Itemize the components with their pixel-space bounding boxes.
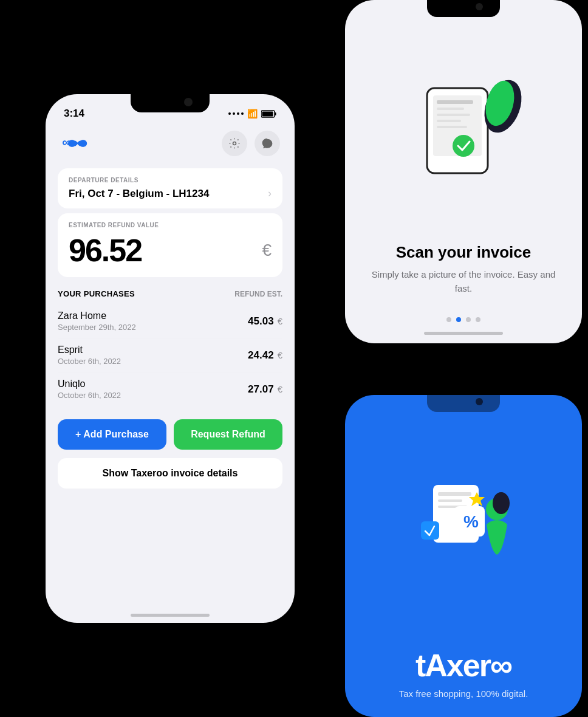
departure-label: DEPARTURE DETAILS [69, 177, 272, 184]
purchase-amount: 27.07 € [248, 383, 282, 396]
home-indicator [424, 332, 503, 335]
header-actions [222, 131, 280, 156]
purchase-name: Esprit [58, 345, 121, 355]
wifi-icon: 📶 [247, 109, 258, 118]
chat-button[interactable] [255, 131, 280, 156]
show-invoice-button[interactable]: Show Taxeroo invoice details [58, 458, 282, 489]
status-time: 3:14 [64, 108, 84, 120]
svg-rect-11 [437, 126, 467, 128]
right-bottom-phone: % tAxer∞ Tax free shopping, 100% digital… [345, 395, 582, 717]
signal-dots-icon [228, 112, 244, 115]
page-dots [345, 307, 582, 327]
request-refund-button[interactable]: Request Refund [174, 419, 282, 450]
add-purchase-button[interactable]: + Add Purchase [58, 419, 166, 450]
dot-4 [476, 317, 480, 322]
brand-illustration: % [385, 419, 542, 647]
refund-est-label: REFUND EST. [234, 290, 282, 298]
status-icons: 📶 [228, 109, 276, 118]
settings-button[interactable] [222, 131, 247, 156]
right-top-phone: Scan your invoice Simply take a picture … [345, 0, 582, 343]
scan-desc: Simply take a picture of the invoice. Ea… [363, 268, 564, 295]
departure-value: Fri, Oct 7 - Belgium - LH1234 [69, 188, 209, 200]
purchase-date: September 29th, 2022 [58, 323, 136, 332]
taxeroo-logo: ∞ [60, 134, 92, 153]
departure-card[interactable]: DEPARTURE DETAILS Fri, Oct 7 - Belgium -… [58, 168, 282, 208]
purchase-value: 45.03 [248, 315, 274, 328]
scan-invoice-illustration [391, 70, 536, 191]
scan-content: Scan your invoice Simply take a picture … [345, 237, 582, 307]
svg-rect-17 [438, 499, 462, 502]
purchase-date: October 6th, 2022 [58, 391, 121, 400]
purchase-amount: 45.03 € [248, 315, 282, 328]
svg-rect-2 [275, 112, 276, 115]
brand-infinity: ∞ [490, 648, 511, 683]
home-indicator [131, 614, 210, 617]
left-phone: 3:14 📶 ∞ [46, 94, 295, 623]
svg-rect-8 [437, 108, 464, 110]
purchases-section: YOUR PURCHASES REFUND EST. Zara Home Sep… [46, 282, 295, 410]
gear-icon [228, 137, 241, 149]
purchase-amount: 24.42 € [248, 349, 282, 362]
purchases-header: YOUR PURCHASES REFUND EST. [58, 289, 282, 298]
scan-illustration [345, 0, 582, 237]
brand-tagline: Tax free shopping, 100% digital. [399, 688, 528, 699]
purchase-name: Zara Home [58, 310, 136, 321]
purchase-date: October 6th, 2022 [58, 357, 121, 366]
refund-currency: € [262, 241, 272, 260]
purchase-item-uniqlo[interactable]: Uniqlo October 6th, 2022 27.07 € [58, 372, 282, 406]
app-header: ∞ [46, 123, 295, 163]
svg-rect-9 [437, 114, 470, 116]
svg-rect-1 [262, 111, 273, 116]
purchase-value: 27.07 [248, 383, 274, 396]
refund-amount: 96.52 [69, 232, 142, 269]
svg-point-12 [453, 135, 474, 157]
purchase-name: Uniqlo [58, 379, 121, 389]
svg-text:%: % [463, 512, 479, 531]
purchase-info: Esprit October 6th, 2022 [58, 345, 121, 366]
svg-rect-16 [438, 492, 471, 496]
battery-icon [261, 110, 276, 118]
dot-2 [456, 317, 461, 322]
chat-icon [261, 137, 273, 149]
purchase-currency: € [278, 384, 282, 394]
purchase-item-esprit[interactable]: Esprit October 6th, 2022 24.42 € [58, 338, 282, 372]
purchase-info: Uniqlo October 6th, 2022 [58, 379, 121, 400]
chevron-right-icon: › [268, 187, 272, 200]
brand-content: tAxer∞ Tax free shopping, 100% digital. [381, 647, 547, 717]
status-bar: 3:14 📶 [46, 99, 295, 123]
departure-row: Fri, Oct 7 - Belgium - LH1234 › [69, 187, 272, 200]
dot-3 [466, 317, 471, 322]
purchase-value: 24.42 [248, 349, 274, 362]
dot-1 [446, 317, 451, 322]
brand-name: tAxer [415, 648, 490, 683]
svg-point-4 [233, 142, 236, 145]
refund-amount-row: 96.52 € [69, 232, 272, 269]
svg-text:∞: ∞ [62, 135, 71, 149]
svg-point-23 [493, 492, 510, 514]
svg-rect-7 [437, 100, 473, 104]
purchase-currency: € [278, 350, 282, 360]
purchases-title: YOUR PURCHASES [58, 289, 135, 298]
purchase-currency: € [278, 316, 282, 326]
button-row: + Add Purchase Request Refund [46, 410, 295, 456]
svg-rect-10 [437, 120, 461, 122]
refund-label: ESTIMATED REFUND VALUE [69, 222, 272, 228]
brand-logo: tAxer∞ [399, 647, 528, 684]
refund-card: ESTIMATED REFUND VALUE 96.52 € [58, 213, 282, 277]
brand-shopping-illustration: % [385, 467, 542, 600]
scan-title: Scan your invoice [363, 243, 564, 262]
svg-rect-21 [421, 521, 439, 540]
purchase-item-zara[interactable]: Zara Home September 29th, 2022 45.03 € [58, 304, 282, 338]
purchase-info: Zara Home September 29th, 2022 [58, 310, 136, 332]
